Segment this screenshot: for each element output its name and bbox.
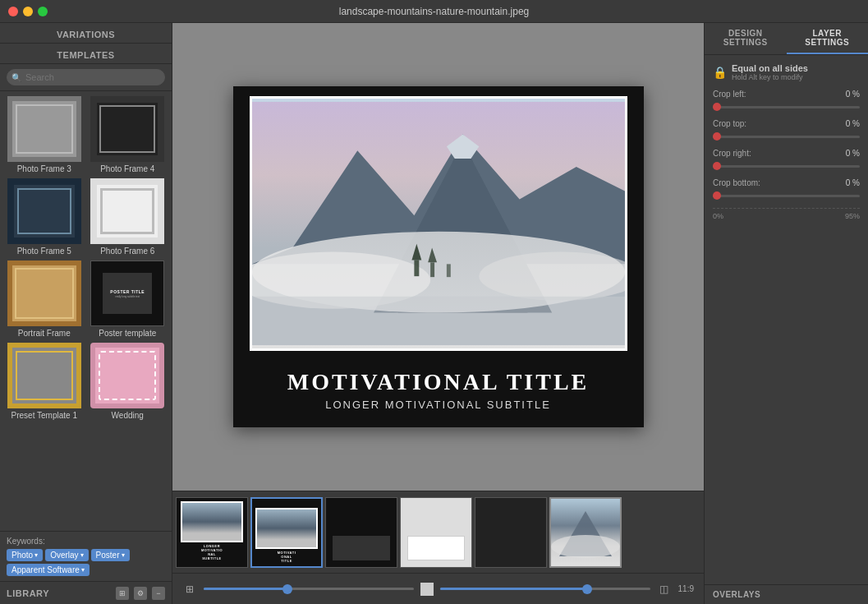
- crop-bottom-thumb[interactable]: [713, 191, 721, 200]
- library-icons: ⊞ ⚙ −: [116, 587, 165, 600]
- template-item-photo-frame-5[interactable]: Photo Frame 5: [5, 178, 84, 256]
- mountain-svg: [252, 99, 625, 348]
- lock-row: 🔒 Equal on all sides Hold Alt key to mod…: [713, 63, 860, 81]
- library-settings-icon[interactable]: ⚙: [134, 587, 147, 600]
- variations-header: VARIATIONS: [0, 23, 172, 44]
- poster-subtitle: LONGER MOTIVATIONAL SUBTITLE: [233, 399, 644, 411]
- right-panel: DESIGN SETTINGS LAYER SETTINGS 🔒 Equal o…: [704, 23, 868, 604]
- svg-rect-8: [414, 260, 419, 276]
- main-layout: VARIATIONS TEMPLATES 🔍 Photo Frame 3 Pho…: [0, 23, 868, 604]
- crop-bottom-label: Crop bottom:: [713, 178, 760, 187]
- template-item-wedding[interactable]: Wedding: [89, 343, 168, 420]
- template-item-photo-frame-4[interactable]: Photo Frame 4: [89, 96, 168, 173]
- keywords-section: Keywords: Photo ▾ Overlay ▾ Poster ▾ App…: [0, 531, 172, 581]
- lock-title: Equal on all sides: [732, 63, 808, 73]
- crop-right-row: Crop right: 0 %: [713, 149, 860, 172]
- keyword-photo[interactable]: Photo ▾: [7, 549, 43, 561]
- crop-left-row: Crop left: 0 %: [713, 90, 860, 113]
- percent-row: 0% 95%: [713, 208, 860, 220]
- poster-main-title: MOTIVATIONAL TITLE: [233, 369, 644, 395]
- crop-top-thumb[interactable]: [713, 132, 721, 141]
- keyword-poster[interactable]: Poster ▾: [91, 549, 130, 561]
- crop-left-thumb[interactable]: [713, 103, 721, 111]
- minimize-button[interactable]: [23, 7, 33, 16]
- filmstrip: LONGERMOTIVATIONALSUBTITLE MOTIVATIONALT…: [172, 491, 704, 573]
- crop-top-label: Crop top:: [713, 119, 746, 128]
- crop-right-label: Crop right:: [713, 149, 751, 158]
- white-square-icon[interactable]: [420, 583, 434, 596]
- template-thumb-wedding: [90, 343, 164, 408]
- percent-max: 95%: [845, 212, 860, 220]
- filmstrip-item-dark[interactable]: [475, 497, 547, 568]
- template-label-photo-frame-3: Photo Frame 3: [17, 164, 71, 173]
- filmstrip-item-mountain[interactable]: [549, 497, 622, 568]
- keyword-apparent-software[interactable]: Apparent Software ▾: [7, 564, 90, 576]
- crop-bottom-row: Crop bottom: 0 %: [713, 178, 860, 201]
- template-item-poster-template[interactable]: POSTER TITLE really long subtitle text P…: [89, 261, 168, 338]
- template-thumb-preset-1: [7, 343, 81, 408]
- keyword-overlay[interactable]: Overlay ▾: [45, 549, 88, 561]
- keywords-label: Keywords:: [7, 537, 165, 546]
- template-label-photo-frame-5: Photo Frame 5: [17, 247, 71, 256]
- keyword-tags: Photo ▾ Overlay ▾ Poster ▾ Apparent Soft…: [7, 549, 165, 576]
- crop-left-track: [713, 106, 860, 108]
- svg-rect-10: [430, 262, 434, 277]
- library-minus-icon[interactable]: −: [152, 587, 165, 600]
- fit-icon[interactable]: ◫: [657, 582, 672, 597]
- zoom-slider-right[interactable]: [440, 588, 650, 590]
- svg-rect-13: [252, 297, 625, 345]
- template-thumb-photo-frame-3: [7, 96, 81, 162]
- zoom-slider-left[interactable]: [204, 588, 414, 590]
- library-bar: LIBRARY ⊞ ⚙ −: [0, 581, 172, 604]
- filmstrip-item-motivational[interactable]: MOTIVATIONALTITLE: [250, 497, 323, 568]
- filmstrip-item-longer-text[interactable]: LONGERMOTIVATIONALSUBTITLE: [176, 497, 248, 568]
- chevron-down-icon: ▾: [122, 551, 125, 559]
- search-container: 🔍: [0, 64, 172, 91]
- template-label-poster-template: Poster template: [99, 329, 156, 338]
- poster-thumb-sub: really long subtitle text: [115, 295, 140, 298]
- right-panel-tabs: DESIGN SETTINGS LAYER SETTINGS: [705, 23, 868, 55]
- filmstrip-item-black[interactable]: [325, 497, 397, 568]
- template-label-photo-frame-4: Photo Frame 4: [100, 164, 154, 173]
- search-icon: 🔍: [11, 73, 21, 82]
- template-thumb-photo-frame-4: [90, 96, 164, 162]
- window-title: landscape-mountains-nature-mountain.jpeg: [339, 6, 529, 17]
- templates-grid: Photo Frame 3 Photo Frame 4 Photo Frame …: [0, 91, 172, 531]
- chevron-down-icon: ▾: [80, 551, 84, 559]
- library-label: LIBRARY: [7, 588, 49, 598]
- template-label-preset-1: Preset Template 1: [11, 411, 77, 420]
- template-label-portrait-frame: Portrait Frame: [18, 329, 71, 338]
- crop-right-track: [713, 165, 860, 168]
- tab-layer-settings[interactable]: LAYER SETTINGS: [787, 23, 869, 54]
- crop-left-value: 0 %: [846, 90, 860, 99]
- lock-icon: 🔒: [713, 66, 727, 79]
- crop-left-label: Crop left:: [713, 90, 746, 99]
- library-grid-icon[interactable]: ⊞: [116, 587, 129, 600]
- template-item-preset-1[interactable]: Preset Template 1: [5, 343, 84, 420]
- bottom-toolbar: ⊞ ◫ 11:9: [172, 573, 704, 604]
- template-item-photo-frame-6[interactable]: Photo Frame 6: [89, 178, 168, 256]
- template-label-wedding: Wedding: [112, 411, 144, 420]
- maximize-button[interactable]: [38, 7, 48, 16]
- right-panel-content: 🔒 Equal on all sides Hold Alt key to mod…: [705, 55, 868, 584]
- crop-top-row: Crop top: 0 %: [713, 119, 860, 142]
- crop-top-track: [713, 136, 860, 138]
- search-input[interactable]: [7, 69, 165, 85]
- chevron-down-icon: ▾: [34, 551, 38, 559]
- crop-right-thumb[interactable]: [713, 162, 721, 170]
- traffic-lights: [8, 7, 48, 16]
- filmstrip-item-white[interactable]: [400, 497, 472, 568]
- poster-container: MOTIVATIONAL TITLE LONGER MOTIVATIONAL S…: [233, 86, 644, 427]
- template-label-photo-frame-6: Photo Frame 6: [100, 247, 154, 256]
- template-thumb-poster-template: POSTER TITLE really long subtitle text: [90, 261, 164, 326]
- poster-image: [250, 96, 627, 351]
- template-item-portrait-frame[interactable]: Portrait Frame: [5, 261, 84, 338]
- ratio-display: 11:9: [678, 584, 694, 593]
- template-thumb-photo-frame-5: [7, 178, 81, 244]
- template-item-photo-frame-3[interactable]: Photo Frame 3: [5, 96, 84, 173]
- zoom-fit-icon[interactable]: ⊞: [182, 582, 197, 597]
- left-sidebar: VARIATIONS TEMPLATES 🔍 Photo Frame 3 Pho…: [0, 23, 172, 604]
- percent-min: 0%: [713, 212, 723, 220]
- close-button[interactable]: [8, 7, 18, 16]
- tab-design-settings[interactable]: DESIGN SETTINGS: [705, 23, 787, 54]
